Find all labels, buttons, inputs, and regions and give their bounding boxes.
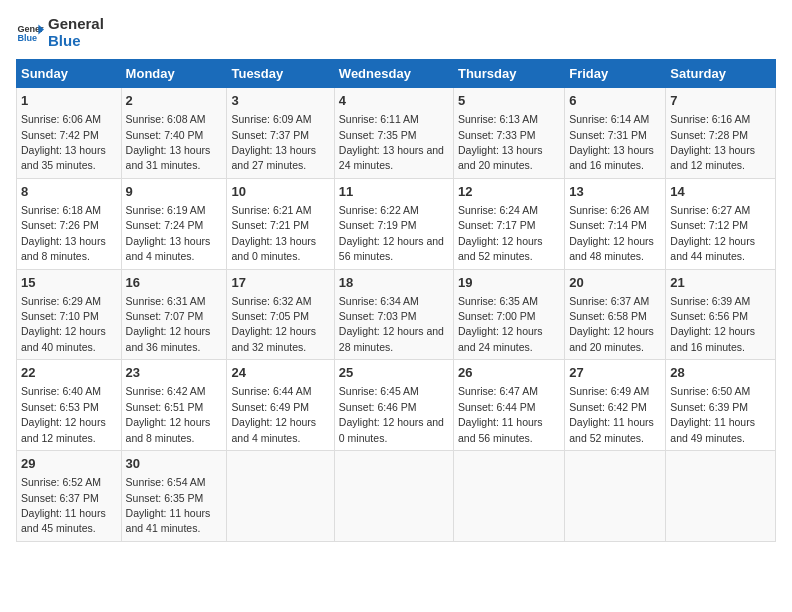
sunrise-info: Sunrise: 6:52 AMSunset: 6:37 PMDaylight:… — [21, 476, 106, 534]
day-number: 12 — [458, 183, 560, 201]
day-number: 20 — [569, 274, 661, 292]
calendar-week-row: 1Sunrise: 6:06 AMSunset: 7:42 PMDaylight… — [17, 88, 776, 179]
sunrise-info: Sunrise: 6:31 AMSunset: 7:07 PMDaylight:… — [126, 295, 211, 353]
day-number: 3 — [231, 92, 329, 110]
sunrise-info: Sunrise: 6:29 AMSunset: 7:10 PMDaylight:… — [21, 295, 106, 353]
logo-general: General — [48, 16, 104, 33]
day-number: 2 — [126, 92, 223, 110]
calendar-cell: 16Sunrise: 6:31 AMSunset: 7:07 PMDayligh… — [121, 269, 227, 360]
sunrise-info: Sunrise: 6:18 AMSunset: 7:26 PMDaylight:… — [21, 204, 106, 262]
calendar-cell: 5Sunrise: 6:13 AMSunset: 7:33 PMDaylight… — [453, 88, 564, 179]
calendar-cell: 7Sunrise: 6:16 AMSunset: 7:28 PMDaylight… — [666, 88, 776, 179]
sunrise-info: Sunrise: 6:16 AMSunset: 7:28 PMDaylight:… — [670, 113, 755, 171]
sunrise-info: Sunrise: 6:37 AMSunset: 6:58 PMDaylight:… — [569, 295, 654, 353]
day-number: 6 — [569, 92, 661, 110]
calendar-cell: 1Sunrise: 6:06 AMSunset: 7:42 PMDaylight… — [17, 88, 122, 179]
sunrise-info: Sunrise: 6:22 AMSunset: 7:19 PMDaylight:… — [339, 204, 444, 262]
sunrise-info: Sunrise: 6:40 AMSunset: 6:53 PMDaylight:… — [21, 385, 106, 443]
col-header-sunday: Sunday — [17, 60, 122, 88]
day-number: 4 — [339, 92, 449, 110]
calendar-cell: 20Sunrise: 6:37 AMSunset: 6:58 PMDayligh… — [565, 269, 666, 360]
col-header-wednesday: Wednesday — [334, 60, 453, 88]
col-header-tuesday: Tuesday — [227, 60, 334, 88]
calendar-cell — [565, 451, 666, 542]
day-number: 9 — [126, 183, 223, 201]
day-number: 10 — [231, 183, 329, 201]
sunrise-info: Sunrise: 6:54 AMSunset: 6:35 PMDaylight:… — [126, 476, 211, 534]
calendar-cell: 2Sunrise: 6:08 AMSunset: 7:40 PMDaylight… — [121, 88, 227, 179]
col-header-thursday: Thursday — [453, 60, 564, 88]
day-number: 8 — [21, 183, 117, 201]
sunrise-info: Sunrise: 6:42 AMSunset: 6:51 PMDaylight:… — [126, 385, 211, 443]
sunrise-info: Sunrise: 6:24 AMSunset: 7:17 PMDaylight:… — [458, 204, 543, 262]
day-number: 27 — [569, 364, 661, 382]
day-number: 24 — [231, 364, 329, 382]
calendar-cell — [666, 451, 776, 542]
sunrise-info: Sunrise: 6:13 AMSunset: 7:33 PMDaylight:… — [458, 113, 543, 171]
calendar-header-row: SundayMondayTuesdayWednesdayThursdayFrid… — [17, 60, 776, 88]
logo: General Blue General Blue — [16, 16, 104, 49]
sunrise-info: Sunrise: 6:26 AMSunset: 7:14 PMDaylight:… — [569, 204, 654, 262]
day-number: 25 — [339, 364, 449, 382]
sunrise-info: Sunrise: 6:11 AMSunset: 7:35 PMDaylight:… — [339, 113, 444, 171]
logo-icon: General Blue — [16, 19, 44, 47]
sunrise-info: Sunrise: 6:32 AMSunset: 7:05 PMDaylight:… — [231, 295, 316, 353]
day-number: 16 — [126, 274, 223, 292]
sunrise-info: Sunrise: 6:08 AMSunset: 7:40 PMDaylight:… — [126, 113, 211, 171]
calendar-cell: 4Sunrise: 6:11 AMSunset: 7:35 PMDaylight… — [334, 88, 453, 179]
calendar-cell: 3Sunrise: 6:09 AMSunset: 7:37 PMDaylight… — [227, 88, 334, 179]
calendar-cell: 25Sunrise: 6:45 AMSunset: 6:46 PMDayligh… — [334, 360, 453, 451]
sunrise-info: Sunrise: 6:47 AMSunset: 6:44 PMDaylight:… — [458, 385, 543, 443]
calendar-cell — [453, 451, 564, 542]
calendar-cell: 14Sunrise: 6:27 AMSunset: 7:12 PMDayligh… — [666, 178, 776, 269]
calendar-cell: 28Sunrise: 6:50 AMSunset: 6:39 PMDayligh… — [666, 360, 776, 451]
calendar-cell — [334, 451, 453, 542]
calendar-table: SundayMondayTuesdayWednesdayThursdayFrid… — [16, 59, 776, 542]
day-number: 30 — [126, 455, 223, 473]
day-number: 13 — [569, 183, 661, 201]
day-number: 26 — [458, 364, 560, 382]
calendar-week-row: 8Sunrise: 6:18 AMSunset: 7:26 PMDaylight… — [17, 178, 776, 269]
calendar-cell — [227, 451, 334, 542]
sunrise-info: Sunrise: 6:06 AMSunset: 7:42 PMDaylight:… — [21, 113, 106, 171]
day-number: 5 — [458, 92, 560, 110]
sunrise-info: Sunrise: 6:09 AMSunset: 7:37 PMDaylight:… — [231, 113, 316, 171]
calendar-cell: 11Sunrise: 6:22 AMSunset: 7:19 PMDayligh… — [334, 178, 453, 269]
sunrise-info: Sunrise: 6:27 AMSunset: 7:12 PMDaylight:… — [670, 204, 755, 262]
calendar-cell: 17Sunrise: 6:32 AMSunset: 7:05 PMDayligh… — [227, 269, 334, 360]
calendar-cell: 10Sunrise: 6:21 AMSunset: 7:21 PMDayligh… — [227, 178, 334, 269]
col-header-friday: Friday — [565, 60, 666, 88]
calendar-cell: 30Sunrise: 6:54 AMSunset: 6:35 PMDayligh… — [121, 451, 227, 542]
day-number: 1 — [21, 92, 117, 110]
sunrise-info: Sunrise: 6:21 AMSunset: 7:21 PMDaylight:… — [231, 204, 316, 262]
sunrise-info: Sunrise: 6:49 AMSunset: 6:42 PMDaylight:… — [569, 385, 654, 443]
day-number: 18 — [339, 274, 449, 292]
svg-text:Blue: Blue — [17, 33, 37, 43]
calendar-week-row: 29Sunrise: 6:52 AMSunset: 6:37 PMDayligh… — [17, 451, 776, 542]
calendar-cell: 23Sunrise: 6:42 AMSunset: 6:51 PMDayligh… — [121, 360, 227, 451]
day-number: 19 — [458, 274, 560, 292]
day-number: 14 — [670, 183, 771, 201]
calendar-week-row: 15Sunrise: 6:29 AMSunset: 7:10 PMDayligh… — [17, 269, 776, 360]
calendar-cell: 27Sunrise: 6:49 AMSunset: 6:42 PMDayligh… — [565, 360, 666, 451]
calendar-cell: 19Sunrise: 6:35 AMSunset: 7:00 PMDayligh… — [453, 269, 564, 360]
calendar-cell: 12Sunrise: 6:24 AMSunset: 7:17 PMDayligh… — [453, 178, 564, 269]
day-number: 29 — [21, 455, 117, 473]
calendar-cell: 13Sunrise: 6:26 AMSunset: 7:14 PMDayligh… — [565, 178, 666, 269]
calendar-cell: 9Sunrise: 6:19 AMSunset: 7:24 PMDaylight… — [121, 178, 227, 269]
calendar-cell: 24Sunrise: 6:44 AMSunset: 6:49 PMDayligh… — [227, 360, 334, 451]
sunrise-info: Sunrise: 6:39 AMSunset: 6:56 PMDaylight:… — [670, 295, 755, 353]
day-number: 11 — [339, 183, 449, 201]
logo-blue: Blue — [48, 33, 104, 50]
sunrise-info: Sunrise: 6:19 AMSunset: 7:24 PMDaylight:… — [126, 204, 211, 262]
day-number: 21 — [670, 274, 771, 292]
day-number: 7 — [670, 92, 771, 110]
calendar-week-row: 22Sunrise: 6:40 AMSunset: 6:53 PMDayligh… — [17, 360, 776, 451]
day-number: 22 — [21, 364, 117, 382]
sunrise-info: Sunrise: 6:50 AMSunset: 6:39 PMDaylight:… — [670, 385, 755, 443]
day-number: 15 — [21, 274, 117, 292]
sunrise-info: Sunrise: 6:44 AMSunset: 6:49 PMDaylight:… — [231, 385, 316, 443]
calendar-cell: 15Sunrise: 6:29 AMSunset: 7:10 PMDayligh… — [17, 269, 122, 360]
sunrise-info: Sunrise: 6:14 AMSunset: 7:31 PMDaylight:… — [569, 113, 654, 171]
sunrise-info: Sunrise: 6:34 AMSunset: 7:03 PMDaylight:… — [339, 295, 444, 353]
